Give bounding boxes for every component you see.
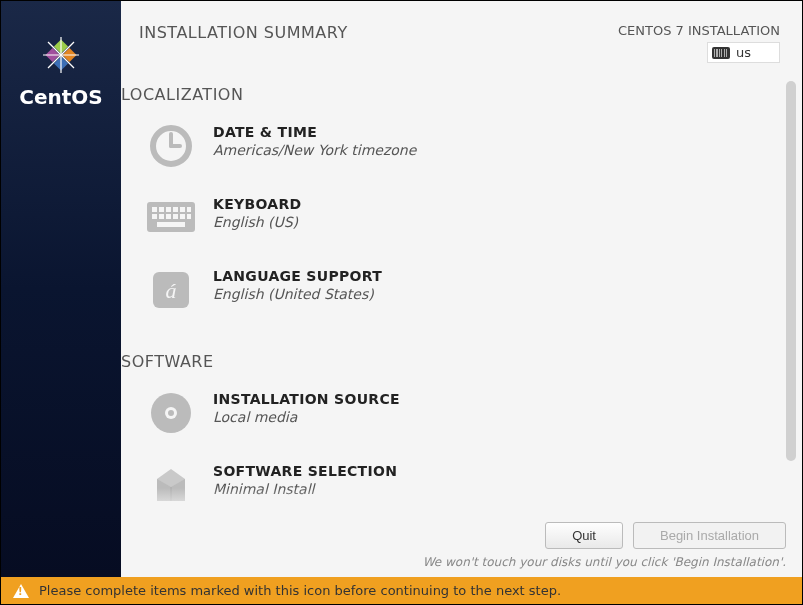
keyboard-icon	[712, 47, 730, 59]
brand-name: CentOS	[19, 85, 102, 109]
keyboard-layout-selector[interactable]: us	[707, 42, 780, 63]
quit-button[interactable]: Quit	[545, 522, 623, 549]
svg-rect-15	[173, 207, 178, 212]
main-area: CentOS INSTALLATION SUMMARY CENTOS 7 INS…	[1, 1, 802, 577]
svg-rect-22	[180, 214, 185, 219]
language-icon: á	[145, 264, 197, 316]
svg-rect-23	[187, 214, 191, 219]
section-software: SOFTWARE INSTALLATION SOURCE Local media	[121, 340, 802, 514]
svg-rect-21	[173, 214, 178, 219]
svg-rect-14	[166, 207, 171, 212]
section-title-localization: LOCALIZATION	[121, 73, 782, 114]
scrollbar[interactable]	[786, 81, 796, 461]
spoke-title: INSTALLATION SOURCE	[213, 391, 400, 407]
svg-rect-17	[187, 207, 191, 212]
page-title: INSTALLATION SUMMARY	[139, 23, 348, 63]
sidebar: CentOS	[1, 1, 121, 577]
keyboard-layout-label: us	[736, 45, 751, 60]
warning-bar[interactable]: Please complete items marked with this i…	[1, 577, 802, 604]
product-name: CENTOS 7 INSTALLATION	[618, 23, 780, 38]
spoke-language-support[interactable]: á LANGUAGE SUPPORT English (United State…	[121, 258, 461, 330]
svg-rect-12	[152, 207, 157, 212]
spoke-status: Americas/New York timezone	[213, 142, 416, 158]
svg-point-29	[168, 410, 174, 416]
brand-logo: CentOS	[19, 31, 102, 109]
footer-note: We won't touch your disks until you clic…	[137, 555, 786, 569]
spoke-installation-source[interactable]: INSTALLATION SOURCE Local media	[121, 381, 461, 453]
svg-rect-24	[157, 222, 185, 227]
spoke-status: English (United States)	[213, 286, 382, 302]
svg-rect-13	[159, 207, 164, 212]
spoke-title: LANGUAGE SUPPORT	[213, 268, 382, 284]
spoke-status: English (US)	[213, 214, 301, 230]
content-area: INSTALLATION SUMMARY CENTOS 7 INSTALLATI…	[121, 1, 802, 577]
package-icon	[145, 459, 197, 511]
svg-rect-20	[166, 214, 171, 219]
section-localization: LOCALIZATION DATE & TIME Americas/New Yo…	[121, 73, 802, 340]
spoke-date-time[interactable]: DATE & TIME Americas/New York timezone	[121, 114, 461, 186]
footer: Quit Begin Installation We won't touch y…	[121, 514, 802, 577]
centos-logo-icon	[37, 31, 85, 79]
spoke-title: SOFTWARE SELECTION	[213, 463, 397, 479]
svg-rect-19	[159, 214, 164, 219]
spoke-title: KEYBOARD	[213, 196, 301, 212]
spoke-title: DATE & TIME	[213, 124, 416, 140]
header-right: CENTOS 7 INSTALLATION us	[618, 23, 780, 63]
warning-icon	[13, 584, 29, 598]
clock-icon	[145, 120, 197, 172]
spoke-keyboard[interactable]: KEYBOARD English (US)	[121, 186, 461, 258]
installer-window: CentOS INSTALLATION SUMMARY CENTOS 7 INS…	[0, 0, 803, 605]
spoke-status: Local media	[213, 409, 400, 425]
warning-text: Please complete items marked with this i…	[39, 583, 561, 598]
keyboard-large-icon	[145, 192, 197, 244]
svg-text:á: á	[166, 278, 177, 303]
section-title-software: SOFTWARE	[121, 340, 782, 381]
svg-rect-16	[180, 207, 185, 212]
summary-scroll-area: LOCALIZATION DATE & TIME Americas/New Yo…	[121, 73, 802, 514]
spoke-software-selection[interactable]: SOFTWARE SELECTION Minimal Install	[121, 453, 461, 514]
header: INSTALLATION SUMMARY CENTOS 7 INSTALLATI…	[121, 1, 802, 73]
spoke-status: Minimal Install	[213, 481, 397, 497]
begin-installation-button[interactable]: Begin Installation	[633, 522, 786, 549]
disc-icon	[145, 387, 197, 439]
svg-rect-18	[152, 214, 157, 219]
